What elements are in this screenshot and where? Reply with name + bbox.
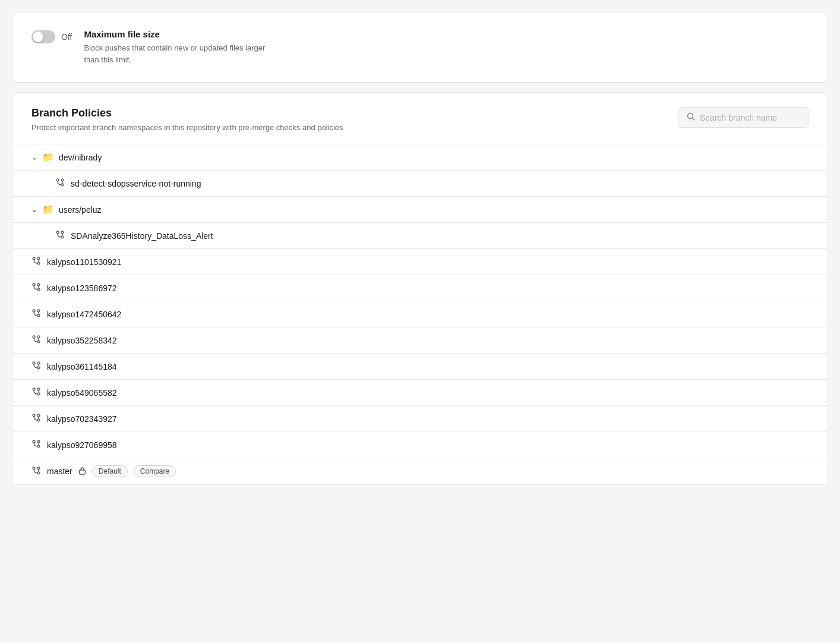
branch-policies-header: Branch Policies Protect important branch… <box>12 93 828 132</box>
svg-point-6 <box>56 231 59 234</box>
branch-icon <box>31 413 41 424</box>
branch-icon <box>31 256 41 267</box>
svg-point-12 <box>37 257 40 260</box>
svg-point-14 <box>33 283 35 286</box>
folder-row-dev-nibrady: ⌄ 📁 dev/nibrady <box>12 144 828 170</box>
branch-policies-subtitle: Protect important branch namespaces in t… <box>31 123 343 132</box>
folder-icon: 📁 <box>42 152 54 163</box>
svg-point-42 <box>33 467 35 469</box>
branch-item-sdanalyze: SDAnalyze365History_DataLoss_Alert <box>12 222 828 248</box>
svg-point-2 <box>56 179 59 181</box>
svg-point-39 <box>37 445 40 447</box>
svg-point-4 <box>61 179 64 181</box>
compare-badge[interactable]: Compare <box>134 465 176 477</box>
svg-point-8 <box>61 231 64 234</box>
branch-policies-card: Branch Policies Protect important branch… <box>12 92 828 485</box>
svg-point-20 <box>37 310 40 312</box>
branch-name-master: master <box>47 467 72 476</box>
branch-icon <box>31 466 41 477</box>
folder-name-dev-nibrady: dev/nibrady <box>59 153 102 162</box>
branch-item-sd-detect: sd-detect-sdopsservice-not-running <box>12 170 828 196</box>
branch-item-kalypso352258342: kalypso352258342 <box>12 327 828 353</box>
branch-name-kalypso123586972: kalypso123586972 <box>47 283 117 293</box>
svg-point-43 <box>37 472 40 474</box>
svg-point-38 <box>33 440 35 443</box>
default-badge: Default <box>92 465 128 477</box>
svg-point-18 <box>33 310 35 312</box>
svg-point-34 <box>33 414 35 417</box>
svg-point-23 <box>37 341 40 343</box>
branch-name-kalypso1472450642: kalypso1472450642 <box>47 310 121 319</box>
branch-icon <box>55 230 65 241</box>
branch-item-kalypso549065582: kalypso549065582 <box>12 379 828 405</box>
svg-rect-46 <box>79 470 85 474</box>
svg-point-30 <box>33 388 35 390</box>
branch-name-kalypso361145184: kalypso361145184 <box>47 362 117 371</box>
branch-item-kalypso123586972: kalypso123586972 <box>12 275 828 301</box>
svg-point-26 <box>33 362 35 364</box>
toggle-label: Off <box>61 32 72 42</box>
svg-point-10 <box>33 257 35 260</box>
branch-item-master: master Default Compare <box>12 458 828 484</box>
branch-icon <box>31 361 41 372</box>
svg-line-1 <box>693 118 695 121</box>
branch-icon <box>31 335 41 346</box>
svg-point-35 <box>37 419 40 421</box>
folder-row-users-peluz: ⌄ 📁 users/peluz <box>12 196 828 222</box>
branch-icon <box>31 308 41 320</box>
svg-point-27 <box>37 367 40 369</box>
branch-name-kalypso352258342: kalypso352258342 <box>47 336 117 345</box>
folder-name-users-peluz: users/peluz <box>59 205 102 215</box>
branch-policies-title-block: Branch Policies Protect important branch… <box>31 107 343 132</box>
branch-icon <box>31 439 41 450</box>
branch-item-kalypso702343927: kalypso702343927 <box>12 405 828 431</box>
svg-point-40 <box>37 440 40 443</box>
svg-point-15 <box>37 288 40 291</box>
branch-item-kalypso927069958: kalypso927069958 <box>12 431 828 458</box>
lock-icon <box>78 467 86 477</box>
max-file-size-section: Off Maximum file size Block pushes that … <box>12 12 828 82</box>
svg-point-28 <box>37 362 40 364</box>
search-icon <box>687 112 695 122</box>
branch-policies-title: Branch Policies <box>31 107 343 119</box>
setting-title: Maximum file size <box>84 29 265 39</box>
search-placeholder: Search branch name <box>700 113 777 122</box>
max-file-size-card: Off Maximum file size Block pushes that … <box>12 12 828 83</box>
svg-point-31 <box>37 393 40 395</box>
max-file-size-toggle[interactable] <box>31 30 55 43</box>
setting-description: Block pushes that contain new or updated… <box>84 42 265 65</box>
folder-icon: 📁 <box>42 204 54 215</box>
svg-point-24 <box>37 336 40 338</box>
branch-item-kalypso361145184: kalypso361145184 <box>12 353 828 379</box>
svg-point-7 <box>61 236 64 238</box>
svg-point-36 <box>37 414 40 417</box>
setting-info: Maximum file size Block pushes that cont… <box>84 29 265 65</box>
branch-icon <box>31 387 41 398</box>
svg-point-11 <box>37 262 40 264</box>
branch-name-kalypso1101530921: kalypso1101530921 <box>47 257 121 267</box>
chevron-down-icon[interactable]: ⌄ <box>31 153 37 162</box>
branch-name-kalypso927069958: kalypso927069958 <box>47 440 117 450</box>
branch-name-sdanalyze: SDAnalyze365History_DataLoss_Alert <box>71 231 213 241</box>
toggle-container: Off <box>31 30 72 43</box>
chevron-down-icon[interactable]: ⌄ <box>31 206 37 214</box>
svg-point-44 <box>37 467 40 469</box>
branch-name-kalypso702343927: kalypso702343927 <box>47 414 117 424</box>
svg-point-19 <box>37 314 40 317</box>
branch-item-kalypso1472450642: kalypso1472450642 <box>12 301 828 327</box>
branch-icon <box>55 178 65 189</box>
branch-item-kalypso1101530921: kalypso1101530921 <box>12 248 828 275</box>
branch-search-box[interactable]: Search branch name <box>678 107 809 128</box>
svg-point-16 <box>37 283 40 286</box>
svg-point-32 <box>37 388 40 390</box>
branch-name-kalypso549065582: kalypso549065582 <box>47 388 117 398</box>
toggle-knob <box>33 31 43 42</box>
branch-icon <box>31 282 41 294</box>
branch-list: ⌄ 📁 dev/nibrady sd-detect-sdopsservice-n… <box>12 144 828 484</box>
branch-name-sd-detect: sd-detect-sdopsservice-not-running <box>71 179 201 188</box>
svg-point-22 <box>33 336 35 338</box>
svg-point-3 <box>61 184 64 186</box>
